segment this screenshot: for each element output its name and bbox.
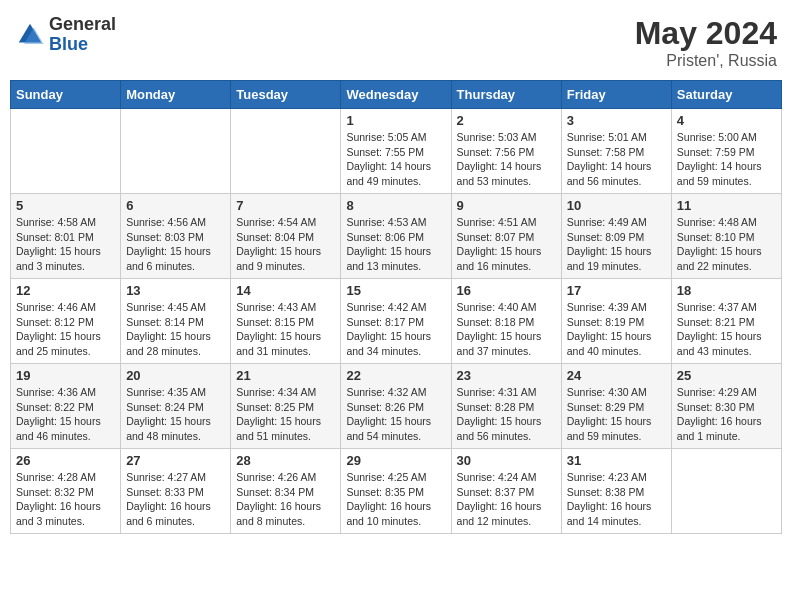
weekday-header-saturday: Saturday [671, 81, 781, 109]
day-number: 14 [236, 283, 335, 298]
logo-icon [15, 20, 45, 50]
calendar-cell: 27Sunrise: 4:27 AMSunset: 8:33 PMDayligh… [121, 449, 231, 534]
calendar-cell: 17Sunrise: 4:39 AMSunset: 8:19 PMDayligh… [561, 279, 671, 364]
day-number: 29 [346, 453, 445, 468]
title-block: May 2024 Pristen', Russia [635, 15, 777, 70]
calendar-cell: 30Sunrise: 4:24 AMSunset: 8:37 PMDayligh… [451, 449, 561, 534]
day-number: 19 [16, 368, 115, 383]
calendar-cell: 11Sunrise: 4:48 AMSunset: 8:10 PMDayligh… [671, 194, 781, 279]
day-number: 20 [126, 368, 225, 383]
day-info: Sunrise: 4:37 AMSunset: 8:21 PMDaylight:… [677, 300, 776, 359]
day-info: Sunrise: 4:23 AMSunset: 8:38 PMDaylight:… [567, 470, 666, 529]
week-row-3: 12Sunrise: 4:46 AMSunset: 8:12 PMDayligh… [11, 279, 782, 364]
day-info: Sunrise: 4:54 AMSunset: 8:04 PMDaylight:… [236, 215, 335, 274]
calendar-table: SundayMondayTuesdayWednesdayThursdayFrid… [10, 80, 782, 534]
calendar-cell [231, 109, 341, 194]
day-info: Sunrise: 4:39 AMSunset: 8:19 PMDaylight:… [567, 300, 666, 359]
calendar-cell: 21Sunrise: 4:34 AMSunset: 8:25 PMDayligh… [231, 364, 341, 449]
day-number: 23 [457, 368, 556, 383]
day-info: Sunrise: 4:36 AMSunset: 8:22 PMDaylight:… [16, 385, 115, 444]
week-row-2: 5Sunrise: 4:58 AMSunset: 8:01 PMDaylight… [11, 194, 782, 279]
day-info: Sunrise: 4:48 AMSunset: 8:10 PMDaylight:… [677, 215, 776, 274]
day-info: Sunrise: 4:42 AMSunset: 8:17 PMDaylight:… [346, 300, 445, 359]
calendar-cell: 20Sunrise: 4:35 AMSunset: 8:24 PMDayligh… [121, 364, 231, 449]
calendar-cell: 24Sunrise: 4:30 AMSunset: 8:29 PMDayligh… [561, 364, 671, 449]
calendar-cell: 13Sunrise: 4:45 AMSunset: 8:14 PMDayligh… [121, 279, 231, 364]
day-number: 24 [567, 368, 666, 383]
day-number: 2 [457, 113, 556, 128]
day-info: Sunrise: 4:58 AMSunset: 8:01 PMDaylight:… [16, 215, 115, 274]
week-row-5: 26Sunrise: 4:28 AMSunset: 8:32 PMDayligh… [11, 449, 782, 534]
day-number: 11 [677, 198, 776, 213]
day-info: Sunrise: 4:26 AMSunset: 8:34 PMDaylight:… [236, 470, 335, 529]
month-year: May 2024 [635, 15, 777, 52]
calendar-cell: 2Sunrise: 5:03 AMSunset: 7:56 PMDaylight… [451, 109, 561, 194]
calendar-cell: 29Sunrise: 4:25 AMSunset: 8:35 PMDayligh… [341, 449, 451, 534]
day-number: 28 [236, 453, 335, 468]
weekday-header-wednesday: Wednesday [341, 81, 451, 109]
weekday-header-friday: Friday [561, 81, 671, 109]
day-number: 25 [677, 368, 776, 383]
day-number: 27 [126, 453, 225, 468]
calendar-cell: 26Sunrise: 4:28 AMSunset: 8:32 PMDayligh… [11, 449, 121, 534]
calendar-cell: 25Sunrise: 4:29 AMSunset: 8:30 PMDayligh… [671, 364, 781, 449]
weekday-header-sunday: Sunday [11, 81, 121, 109]
calendar-cell: 31Sunrise: 4:23 AMSunset: 8:38 PMDayligh… [561, 449, 671, 534]
calendar-cell: 6Sunrise: 4:56 AMSunset: 8:03 PMDaylight… [121, 194, 231, 279]
day-number: 13 [126, 283, 225, 298]
location: Pristen', Russia [635, 52, 777, 70]
day-number: 21 [236, 368, 335, 383]
logo-general: General [49, 15, 116, 35]
day-number: 7 [236, 198, 335, 213]
calendar-cell: 4Sunrise: 5:00 AMSunset: 7:59 PMDaylight… [671, 109, 781, 194]
calendar-cell: 16Sunrise: 4:40 AMSunset: 8:18 PMDayligh… [451, 279, 561, 364]
day-info: Sunrise: 5:05 AMSunset: 7:55 PMDaylight:… [346, 130, 445, 189]
day-number: 10 [567, 198, 666, 213]
day-info: Sunrise: 5:00 AMSunset: 7:59 PMDaylight:… [677, 130, 776, 189]
logo-blue: Blue [49, 35, 116, 55]
weekday-header-row: SundayMondayTuesdayWednesdayThursdayFrid… [11, 81, 782, 109]
calendar-cell: 28Sunrise: 4:26 AMSunset: 8:34 PMDayligh… [231, 449, 341, 534]
day-info: Sunrise: 4:34 AMSunset: 8:25 PMDaylight:… [236, 385, 335, 444]
weekday-header-thursday: Thursday [451, 81, 561, 109]
logo-text: General Blue [49, 15, 116, 55]
day-info: Sunrise: 4:25 AMSunset: 8:35 PMDaylight:… [346, 470, 445, 529]
day-info: Sunrise: 4:56 AMSunset: 8:03 PMDaylight:… [126, 215, 225, 274]
day-info: Sunrise: 4:49 AMSunset: 8:09 PMDaylight:… [567, 215, 666, 274]
day-info: Sunrise: 4:45 AMSunset: 8:14 PMDaylight:… [126, 300, 225, 359]
calendar-cell: 3Sunrise: 5:01 AMSunset: 7:58 PMDaylight… [561, 109, 671, 194]
calendar-cell: 19Sunrise: 4:36 AMSunset: 8:22 PMDayligh… [11, 364, 121, 449]
day-info: Sunrise: 4:27 AMSunset: 8:33 PMDaylight:… [126, 470, 225, 529]
day-info: Sunrise: 4:32 AMSunset: 8:26 PMDaylight:… [346, 385, 445, 444]
page-header: General Blue May 2024 Pristen', Russia [10, 10, 782, 70]
day-number: 3 [567, 113, 666, 128]
calendar-cell [11, 109, 121, 194]
calendar-cell: 15Sunrise: 4:42 AMSunset: 8:17 PMDayligh… [341, 279, 451, 364]
calendar-cell: 18Sunrise: 4:37 AMSunset: 8:21 PMDayligh… [671, 279, 781, 364]
day-number: 30 [457, 453, 556, 468]
day-info: Sunrise: 4:46 AMSunset: 8:12 PMDaylight:… [16, 300, 115, 359]
day-info: Sunrise: 4:24 AMSunset: 8:37 PMDaylight:… [457, 470, 556, 529]
weekday-header-monday: Monday [121, 81, 231, 109]
day-info: Sunrise: 4:30 AMSunset: 8:29 PMDaylight:… [567, 385, 666, 444]
day-info: Sunrise: 4:40 AMSunset: 8:18 PMDaylight:… [457, 300, 556, 359]
day-info: Sunrise: 5:03 AMSunset: 7:56 PMDaylight:… [457, 130, 556, 189]
day-number: 18 [677, 283, 776, 298]
weekday-header-tuesday: Tuesday [231, 81, 341, 109]
day-info: Sunrise: 4:35 AMSunset: 8:24 PMDaylight:… [126, 385, 225, 444]
day-number: 1 [346, 113, 445, 128]
day-number: 12 [16, 283, 115, 298]
calendar-cell: 10Sunrise: 4:49 AMSunset: 8:09 PMDayligh… [561, 194, 671, 279]
calendar-cell [671, 449, 781, 534]
day-number: 6 [126, 198, 225, 213]
day-info: Sunrise: 4:28 AMSunset: 8:32 PMDaylight:… [16, 470, 115, 529]
week-row-1: 1Sunrise: 5:05 AMSunset: 7:55 PMDaylight… [11, 109, 782, 194]
calendar-cell: 5Sunrise: 4:58 AMSunset: 8:01 PMDaylight… [11, 194, 121, 279]
day-info: Sunrise: 4:29 AMSunset: 8:30 PMDaylight:… [677, 385, 776, 444]
day-number: 9 [457, 198, 556, 213]
calendar-cell: 8Sunrise: 4:53 AMSunset: 8:06 PMDaylight… [341, 194, 451, 279]
calendar-cell: 7Sunrise: 4:54 AMSunset: 8:04 PMDaylight… [231, 194, 341, 279]
calendar-cell: 12Sunrise: 4:46 AMSunset: 8:12 PMDayligh… [11, 279, 121, 364]
day-info: Sunrise: 4:31 AMSunset: 8:28 PMDaylight:… [457, 385, 556, 444]
calendar-cell: 22Sunrise: 4:32 AMSunset: 8:26 PMDayligh… [341, 364, 451, 449]
